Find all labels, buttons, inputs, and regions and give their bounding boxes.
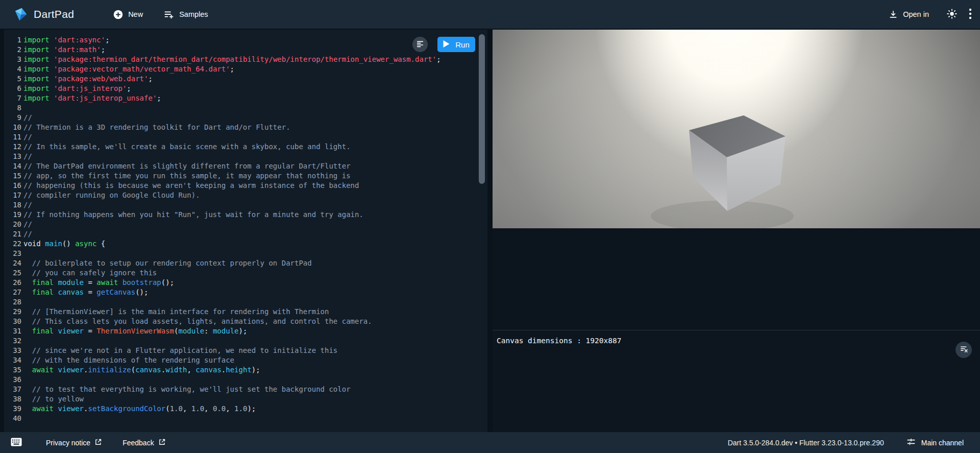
- code-text: // to test that everything is working, w…: [23, 385, 351, 394]
- line-number: 28: [4, 297, 21, 307]
- open-in-new-icon: [158, 438, 166, 447]
- code-text: // The DartPad environment is slightly d…: [23, 161, 351, 171]
- dart-logo-icon: [13, 7, 29, 22]
- code-line: 37 // to test that everything is working…: [4, 385, 487, 394]
- code-line: 31 final viewer = ThermionViewerWasm(mod…: [4, 326, 487, 336]
- code-line: 22void main() async {: [4, 239, 487, 249]
- format-button[interactable]: [412, 37, 428, 52]
- code-line: 21//: [4, 229, 487, 239]
- code-text: // If nothing happens when you hit "Run"…: [23, 210, 363, 220]
- app-title: DartPad: [34, 8, 74, 20]
- line-number: 12: [4, 142, 21, 152]
- privacy-notice-link[interactable]: Privacy notice: [46, 438, 102, 447]
- code-text: import 'package:vector_math/vector_math_…: [23, 64, 234, 74]
- samples-button-label: Samples: [179, 10, 208, 18]
- open-in-label: Open in: [903, 10, 929, 18]
- code-text: // app, so the first time you run this s…: [23, 171, 351, 181]
- line-number: 24: [4, 258, 21, 268]
- line-number: 19: [4, 210, 21, 220]
- tune-icon: [906, 437, 916, 448]
- feedback-link[interactable]: Feedback: [122, 438, 165, 447]
- line-number: 2: [4, 45, 21, 55]
- line-number: 8: [4, 103, 21, 113]
- samples-button[interactable]: Samples: [163, 9, 208, 20]
- code-line: 33 // since we're not in a Flutter appli…: [4, 346, 487, 355]
- line-number: 7: [4, 93, 21, 103]
- channel-selector[interactable]: Main channel: [906, 437, 964, 448]
- line-number: 3: [4, 55, 21, 64]
- console-output: Canvas dimensions : 980x453: [497, 337, 621, 345]
- code-text: // since we're not in a Flutter applicat…: [23, 346, 337, 355]
- line-number: 39: [4, 404, 21, 414]
- line-number: 4: [4, 64, 21, 74]
- code-text: //: [23, 113, 32, 123]
- playlist-add-icon: [163, 9, 175, 20]
- code-text: // with the dimensions of the rendering …: [23, 355, 234, 365]
- code-line: 36: [4, 375, 487, 385]
- code-line: 16// happening (this is because we aren'…: [4, 181, 487, 190]
- line-number: 29: [4, 307, 21, 317]
- code-text: import 'dart:math';: [23, 45, 105, 55]
- code-text: import 'package:thermion_dart/thermion_d…: [23, 55, 441, 64]
- clear-console-button[interactable]: [955, 342, 972, 358]
- code-line: 10// Thermion is a 3D rendering toolkit …: [4, 123, 487, 132]
- header-right-group: Open in: [888, 8, 972, 21]
- code-text: final viewer = ThermionViewerWasm(module…: [23, 326, 247, 336]
- code-line: 40: [4, 414, 487, 423]
- line-number: 13: [4, 152, 21, 161]
- code-line: 20//: [4, 220, 487, 229]
- code-text: //: [23, 200, 32, 210]
- line-number: 6: [4, 84, 21, 93]
- line-number: 36: [4, 375, 21, 385]
- code-line: 8: [4, 103, 487, 113]
- open-in-new-icon: [94, 438, 102, 447]
- code-text: import 'dart:async';: [23, 35, 110, 45]
- code-line: 4import 'package:vector_math/vector_math…: [4, 64, 487, 74]
- code-text: await viewer.initialize(canvas.width, ca…: [23, 365, 260, 375]
- code-line: 23: [4, 249, 487, 258]
- code-text: // boilerplate to setup our rendering co…: [23, 258, 312, 268]
- code-text: void main() async {: [23, 239, 105, 249]
- code-line: 11//: [4, 132, 487, 142]
- line-number: 1: [4, 35, 21, 45]
- dartpad-app: DartPad New Samples: [0, 0, 980, 453]
- download-icon: [888, 9, 898, 19]
- console-pane: Canvas dimensions : 980x453: [493, 330, 980, 432]
- line-number: 20: [4, 220, 21, 229]
- code-text: // This class lets you load assets, ligh…: [23, 317, 372, 326]
- code-line: 3import 'package:thermion_dart/thermion_…: [4, 55, 487, 64]
- code-line: 24 // boilerplate to setup our rendering…: [4, 258, 487, 268]
- feedback-label: Feedback: [122, 439, 154, 447]
- line-number: 25: [4, 268, 21, 278]
- brightness-icon: [946, 8, 958, 21]
- kebab-menu-icon: [969, 8, 972, 21]
- overflow-menu-button[interactable]: [969, 8, 972, 21]
- keyboard-shortcuts-button[interactable]: [11, 438, 22, 448]
- code-line: 9//: [4, 113, 487, 123]
- line-number: 9: [4, 113, 21, 123]
- line-number: 30: [4, 317, 21, 326]
- run-button[interactable]: Run: [437, 37, 475, 52]
- code-text: //: [23, 152, 32, 161]
- render-canvas[interactable]: [493, 30, 980, 228]
- code-line: 17// compiler running on Google Cloud Ru…: [4, 190, 487, 200]
- code-text: import 'dart:js_interop_unsafe';: [23, 93, 161, 103]
- header-bar: DartPad New Samples: [0, 0, 980, 29]
- code-line: 14// The DartPad environment is slightly…: [4, 161, 487, 171]
- theme-toggle-button[interactable]: [946, 8, 958, 21]
- open-in-button[interactable]: Open in: [888, 9, 929, 19]
- code-text: //: [23, 229, 32, 239]
- cube-3d: [493, 30, 980, 228]
- code-text: // In this sample, we'll create a basic …: [23, 142, 351, 152]
- line-number: 27: [4, 288, 21, 297]
- code-lines[interactable]: 1import 'dart:async';2import 'dart:math'…: [4, 30, 487, 423]
- line-number: 5: [4, 74, 21, 84]
- new-button[interactable]: New: [113, 9, 143, 20]
- line-number: 21: [4, 229, 21, 239]
- code-line: 12// In this sample, we'll create a basi…: [4, 142, 487, 152]
- line-number: 34: [4, 355, 21, 365]
- line-number: 33: [4, 346, 21, 355]
- code-text: final module = await bootstrap();: [23, 278, 174, 288]
- footer-right-group: Dart 3.5.0-284.0.dev • Flutter 3.23.0-13…: [728, 437, 964, 448]
- editor-scrollbar[interactable]: [479, 34, 485, 184]
